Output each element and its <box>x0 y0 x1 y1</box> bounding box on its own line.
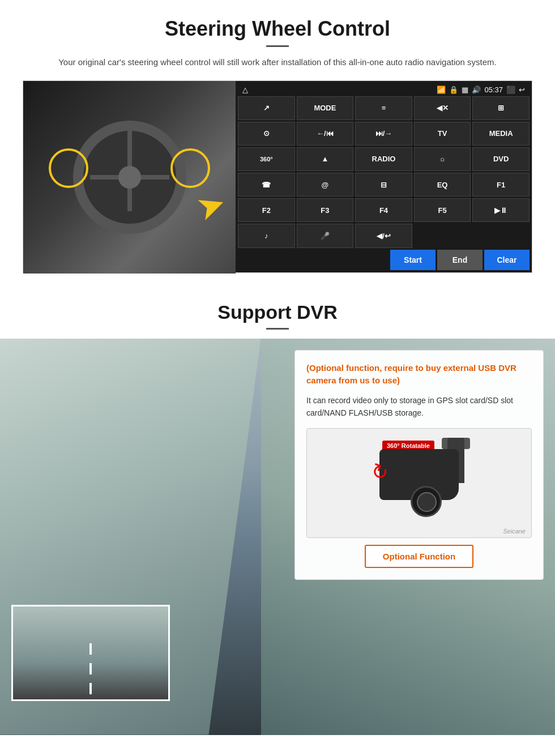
road-line <box>89 643 92 699</box>
btn-back[interactable]: ◀/↩ <box>355 224 412 247</box>
btn-dvd[interactable]: DVD <box>472 147 530 171</box>
btn-f4[interactable]: F4 <box>355 198 412 222</box>
start-button[interactable]: Start <box>390 250 436 270</box>
yellow-arrow: ➤ <box>191 182 231 229</box>
topbar-icons: 📶 🔒 ▦ 🔊 05:37 ⬛ ↩ <box>437 86 525 94</box>
dvr-camera-visual: 360° Rotatable ↻ <box>362 438 476 528</box>
camera-lens-ring <box>411 486 442 517</box>
btn-phone[interactable]: ☎ <box>238 173 295 197</box>
btn-f2[interactable]: F2 <box>238 198 295 222</box>
radio-button-grid: ↗ MODE ≡ ◀✕ ⊞ ⊙ ←/⏮ ⏭/→ TV MEDIA 360° ▲ … <box>238 96 530 248</box>
steering-panel: ➤ △ 📶 🔒 ▦ 🔊 05:37 ⬛ ↩ ↗ <box>23 80 532 273</box>
dvr-desc-text: It can record video only to storage in G… <box>306 394 532 420</box>
wifi-icon: 📶 <box>437 86 446 94</box>
btn-menu[interactable]: ≡ <box>355 96 412 120</box>
dvr-optional-text: (Optional function, require to buy exter… <box>306 362 532 387</box>
btn-360[interactable]: 360° <box>238 147 295 171</box>
btn-music[interactable]: ♪ <box>238 224 295 247</box>
grid-icon: ▦ <box>462 86 468 94</box>
btn-tv[interactable]: TV <box>414 122 471 146</box>
btn-eject[interactable]: ▲ <box>297 147 354 171</box>
btn-settings[interactable]: ⊙ <box>238 122 295 146</box>
end-button[interactable]: End <box>437 250 483 270</box>
steering-photo: ➤ <box>23 81 236 274</box>
btn-mic[interactable]: 🎤 <box>297 224 354 247</box>
highlight-left <box>49 148 88 188</box>
home-icon: △ <box>242 86 248 94</box>
camera-lens-inner <box>417 492 437 512</box>
title-divider <box>266 45 289 47</box>
steering-section: Steering Wheel Control Your original car… <box>0 0 555 284</box>
highlight-right <box>170 148 210 188</box>
btn-next[interactable]: ⏭/→ <box>355 122 412 146</box>
btn-f5[interactable]: F5 <box>414 198 471 222</box>
steering-photo-inner: ➤ <box>23 81 236 274</box>
btn-mute[interactable]: ◀✕ <box>414 96 471 120</box>
seicane-watermark: Seicane <box>503 528 526 535</box>
btn-empty2 <box>472 224 530 247</box>
btn-f1[interactable]: F1 <box>472 173 530 197</box>
btn-media[interactable]: MEDIA <box>472 122 530 146</box>
btn-playpause[interactable]: ▶⏸ <box>472 198 530 222</box>
wheel-center <box>118 166 141 189</box>
btn-apps[interactable]: ⊞ <box>472 96 530 120</box>
dvr-road-scene <box>13 606 168 699</box>
btn-nav[interactable]: ↗ <box>238 96 295 120</box>
time-display: 05:37 <box>484 86 503 94</box>
btn-eq[interactable]: EQ <box>414 173 471 197</box>
dvr-main-area: (Optional function, require to buy exter… <box>0 339 555 735</box>
dvr-title: Support DVR <box>0 301 555 323</box>
btn-radio[interactable]: RADIO <box>355 147 412 171</box>
dvr-camera-box: 360° Rotatable ↻ Seicane <box>306 428 532 538</box>
btn-brightness[interactable]: ☼ <box>414 147 471 171</box>
optional-function-button[interactable]: Optional Function <box>365 545 473 568</box>
dvr-section: Support DVR (Optional function, require … <box>0 284 555 752</box>
radio-action-row: Start End Clear <box>238 250 530 270</box>
steering-title: Steering Wheel Control <box>23 17 532 41</box>
btn-f3[interactable]: F3 <box>297 198 354 222</box>
dvr-divider <box>266 328 289 330</box>
clear-button[interactable]: Clear <box>484 250 530 270</box>
btn-mode[interactable]: MODE <box>297 96 354 120</box>
bluetooth-icon: 🔊 <box>472 86 481 94</box>
btn-empty1 <box>414 224 471 247</box>
camera-body <box>379 449 459 500</box>
steering-description: Your original car's steering wheel contr… <box>51 56 504 69</box>
lock-icon: 🔒 <box>449 86 458 94</box>
window-icon: ⬛ <box>506 86 515 94</box>
btn-internet[interactable]: @ <box>297 173 354 197</box>
radio-ui: △ 📶 🔒 ▦ 🔊 05:37 ⬛ ↩ ↗ MODE ≡ ◀✕ ⊞ <box>236 81 532 272</box>
btn-screen[interactable]: ⊟ <box>355 173 412 197</box>
steering-wheel <box>73 121 186 234</box>
back-icon: ↩ <box>519 86 525 94</box>
dvr-info-panel: (Optional function, require to buy exter… <box>294 350 544 580</box>
dvr-inset-photo <box>11 605 170 701</box>
btn-prev[interactable]: ←/⏮ <box>297 122 354 146</box>
radio-topbar: △ 📶 🔒 ▦ 🔊 05:37 ⬛ ↩ <box>238 83 530 96</box>
